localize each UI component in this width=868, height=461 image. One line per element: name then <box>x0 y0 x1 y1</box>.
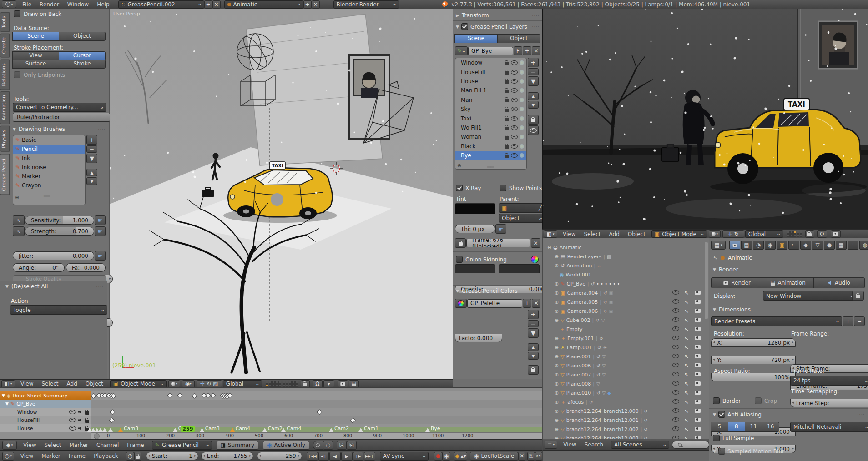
channel-speaker-icon[interactable] <box>78 410 83 414</box>
brush-item[interactable]: ✎ Basic <box>13 135 85 145</box>
channel-eye-icon[interactable] <box>69 426 76 431</box>
layer-onion-icon[interactable] <box>520 107 524 111</box>
next-keyframe-button[interactable]: ❘▶ <box>353 452 363 461</box>
viewport-menu-item[interactable]: Select <box>37 381 62 387</box>
restrict-select-icon[interactable]: ↖ <box>684 308 689 314</box>
outliner-row[interactable]: ⊕▽Cube.002|↺▽↖ <box>543 316 705 325</box>
gp-datablock-icon-button[interactable]: ✎▴▾ <box>455 46 468 55</box>
gp-color-down-button[interactable]: ▼ <box>528 352 539 360</box>
tab-modifiers[interactable]: ◆ <box>800 241 811 250</box>
outliner-row[interactable]: ⊕▽Plane.008|▽↖ <box>543 379 705 388</box>
active-only-button[interactable]: ◉Active Only <box>263 441 309 450</box>
outliner-row[interactable]: ⊕▽Plane.007|↺▽↖ <box>543 370 705 379</box>
gp-layer-row[interactable]: HouseFill <box>455 67 526 76</box>
layer-eye-icon[interactable] <box>511 60 518 65</box>
restrict-eye-icon[interactable] <box>672 417 679 423</box>
eyedropper-icon[interactable]: ╱ <box>539 205 542 211</box>
render-view-mode-dropdown[interactable]: ▣Object Mode▴▾ <box>651 230 707 238</box>
restrict-render-icon[interactable] <box>695 390 701 396</box>
restrict-eye-icon[interactable] <box>672 363 679 369</box>
properties-editor-type-button[interactable]: ▤▾ <box>711 241 726 250</box>
outliner-row[interactable]: ⊕▽Plane.006|↺▽↖ <box>543 361 705 370</box>
restrict-select-icon[interactable]: ↖ <box>684 381 689 387</box>
restrict-select-icon[interactable]: ↖ <box>684 417 689 423</box>
outliner-row[interactable]: ⊕▣Camera.005|↺▣↖ <box>543 297 705 306</box>
restrict-select-icon[interactable]: ↖ <box>684 290 689 296</box>
channel-window[interactable]: Window <box>0 408 91 416</box>
gp-unlink-button[interactable]: ✕ <box>532 46 540 55</box>
expand-icon[interactable]: ⊕ <box>555 263 559 269</box>
palette-icon-button[interactable] <box>455 299 467 308</box>
outliner-row[interactable]: ⊕↺Animation|∴ <box>543 261 705 270</box>
gp-layer-row[interactable]: Man Fill 1 <box>455 86 526 95</box>
timeline-menu-item[interactable]: Playback <box>90 453 122 459</box>
outliner-item-name[interactable]: Plane.007 <box>566 372 591 378</box>
motion-blur-panel-header[interactable]: ▼ Sampled Motion Blur <box>713 448 865 455</box>
tab-render[interactable] <box>729 241 740 250</box>
gp-layer-specials-button[interactable]: ▼ <box>528 76 539 86</box>
dope-search-button[interactable] <box>313 441 323 450</box>
outliner-row[interactable]: ⊕▽branch12.264_branch12.002|↺↖ <box>543 425 705 434</box>
convert-dropdown[interactable]: Convert to Geometry...▴▾ <box>13 103 106 112</box>
layers-widget-2[interactable] <box>283 381 298 387</box>
expand-icon[interactable]: ⊕ <box>555 381 559 387</box>
outliner-item-name[interactable]: Empty <box>566 326 582 332</box>
expand-icon[interactable]: ⊕ <box>555 336 559 341</box>
restrict-render-icon[interactable] <box>695 317 701 323</box>
restrict-eye-icon[interactable] <box>672 299 679 305</box>
gp-layer-add-button[interactable]: + <box>528 58 539 67</box>
gp-layer-row[interactable]: Woman <box>455 132 526 141</box>
timeline-time-button[interactable]: ◷ <box>126 452 134 461</box>
stroke-placement-option[interactable]: Surface <box>12 60 59 69</box>
restrict-eye-icon[interactable] <box>672 426 679 432</box>
gp-layer-add-hint[interactable]: ⊕ <box>457 163 461 169</box>
jitter-slider[interactable]: Jitter:0.000 <box>13 251 94 260</box>
restrict-eye-icon[interactable] <box>672 408 679 414</box>
display-dropdown[interactable]: New Window▴▾ <box>763 291 857 301</box>
expand-icon[interactable]: ⊕ <box>555 317 559 323</box>
restrict-select-icon[interactable]: ↖ <box>684 344 689 351</box>
restrict-render-icon[interactable] <box>695 408 701 414</box>
render-audio-button[interactable]: Audio <box>813 277 865 288</box>
brush-item[interactable]: ✎ Marker <box>13 172 85 181</box>
xray-checkbox[interactable] <box>456 185 463 191</box>
dope-editor-type-button[interactable]: ◆▾ <box>2 441 17 450</box>
timeline-menu-item[interactable]: Marker <box>37 453 64 459</box>
outliner-search-field[interactable] <box>672 441 709 449</box>
prev-keyframe-button[interactable]: ◀❘ <box>318 452 329 461</box>
sensitivity-slider[interactable]: Sensitivity:1.000 <box>25 216 94 225</box>
stroke-placement-option[interactable]: Cursor <box>59 51 106 60</box>
brush-move-down-button[interactable]: ▼ <box>86 177 97 185</box>
gp-layer-row[interactable]: Man <box>455 95 526 105</box>
outliner-editor-type-button[interactable]: ≡▾ <box>545 441 557 449</box>
render-panel-header[interactable]: ▼Render···· <box>713 266 865 273</box>
outliner-row[interactable]: ⊖◒Animatic <box>543 243 705 252</box>
parent-object-field[interactable]: ▣ ╱ <box>499 203 543 213</box>
channel-lock-icon[interactable] <box>85 411 89 415</box>
outliner-item-name[interactable]: RenderLayers <box>567 254 602 260</box>
menu-item[interactable]: Help <box>93 1 113 8</box>
tint-thickness-slider[interactable]: Thi: 0 px <box>455 225 495 233</box>
brush-item[interactable]: ✎ Ink noise <box>13 163 85 172</box>
show-points-checkbox[interactable] <box>500 185 506 191</box>
layer-eye-icon[interactable] <box>511 125 518 130</box>
layer-onion-icon[interactable] <box>520 70 524 75</box>
add-screen-button[interactable]: + <box>204 0 212 9</box>
restrict-render-icon[interactable] <box>695 363 701 369</box>
restrict-eye-icon[interactable] <box>672 317 679 323</box>
add-color-hint-icon[interactable]: ⊕ <box>15 195 19 200</box>
frame-rate-dropdown[interactable]: 24 fps▴▾ <box>790 376 868 386</box>
dope-sheet-grid[interactable] <box>91 388 542 440</box>
restrict-render-icon[interactable] <box>695 381 701 387</box>
outliner-item-name[interactable]: afocus <box>567 399 584 405</box>
expand-icon[interactable] <box>555 326 558 332</box>
restrict-select-icon[interactable]: ↖ <box>684 335 689 341</box>
motion-blur-checkbox[interactable] <box>718 448 725 455</box>
gp-lock-all-button[interactable] <box>528 115 539 125</box>
render-view-manipulators[interactable]: ✛↻ <box>722 230 744 238</box>
gp-color-specials-button[interactable]: ▼ <box>528 328 539 338</box>
expand-icon[interactable]: ⊕ <box>555 281 559 287</box>
channel-lock-icon[interactable] <box>85 420 89 423</box>
expand-icon[interactable]: ⊕ <box>555 399 559 405</box>
restrict-render-icon[interactable] <box>695 308 701 314</box>
